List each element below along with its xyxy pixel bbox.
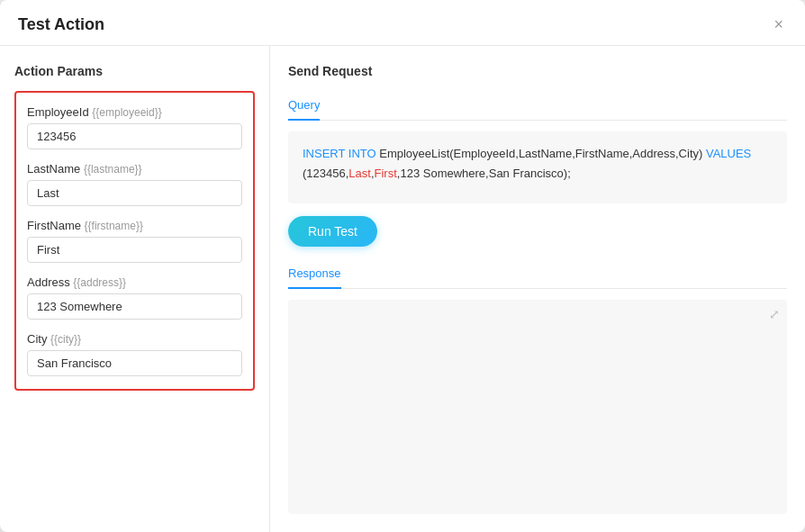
send-request-title: Send Request: [288, 64, 787, 78]
field-group-lastname: LastName {{lastname}}: [27, 162, 242, 206]
field-group-address: Address {{address}}: [27, 275, 242, 320]
label-firstname: FirstName {{firstname}}: [27, 219, 242, 232]
tab-response[interactable]: Response: [288, 259, 341, 289]
test-action-modal: Test Action × Action Params EmployeeId {…: [0, 0, 805, 532]
close-button[interactable]: ×: [770, 14, 787, 34]
query-tabs: Query: [288, 91, 787, 121]
lastname-input[interactable]: [27, 180, 242, 206]
query-table-text: EmployeeList(EmployeeId,LastName,FirstNa…: [376, 147, 706, 160]
label-address: Address {{address}}: [27, 275, 242, 289]
response-tabs: Response: [288, 259, 787, 289]
run-test-button[interactable]: Run Test: [288, 216, 377, 247]
modal-header: Test Action ×: [0, 0, 805, 46]
address-input[interactable]: [27, 293, 242, 320]
tab-query[interactable]: Query: [288, 91, 320, 121]
label-city: City {{city}}: [27, 332, 242, 346]
field-group-city: City {{city}}: [27, 332, 242, 376]
expand-icon[interactable]: ⤢: [769, 307, 780, 321]
firstname-input[interactable]: [27, 237, 242, 263]
field-group-employeeid: EmployeeId {{employeeid}}: [27, 105, 242, 149]
right-panel: Send Request Query INSERT INTO EmployeeL…: [270, 46, 805, 532]
action-params-title: Action Params: [14, 64, 255, 78]
query-box: INSERT INTO EmployeeList(EmployeeId,Last…: [288, 131, 787, 203]
label-lastname: LastName {{lastname}}: [27, 162, 242, 176]
query-values-keyword: VALUES: [706, 147, 751, 160]
query-text: INSERT INTO EmployeeList(EmployeeId,Last…: [303, 144, 773, 184]
field-group-firstname: FirstName {{firstname}}: [27, 219, 242, 263]
response-box: ⤢: [288, 300, 787, 514]
left-panel: Action Params EmployeeId {{employeeid}} …: [0, 46, 270, 532]
query-insert-keyword: INSERT INTO: [303, 147, 376, 160]
params-form: EmployeeId {{employeeid}} LastName {{las…: [14, 91, 255, 391]
query-data-text: (123456,Last,First,123 Somewhere,San Fra…: [303, 167, 571, 180]
modal-title: Test Action: [18, 15, 104, 34]
label-employeeid: EmployeeId {{employeeid}}: [27, 105, 242, 119]
city-input[interactable]: [27, 350, 242, 376]
modal-body: Action Params EmployeeId {{employeeid}} …: [0, 46, 805, 532]
employeeid-input[interactable]: [27, 123, 242, 149]
